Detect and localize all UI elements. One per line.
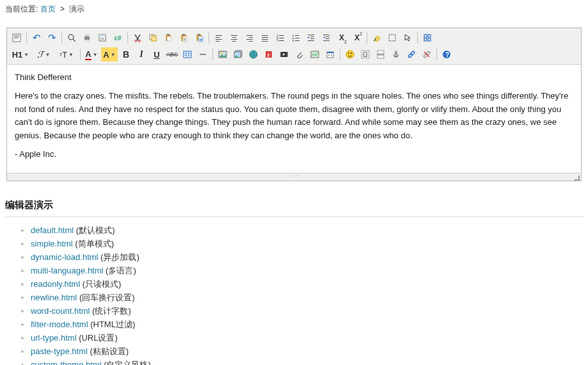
svg-point-103 xyxy=(351,53,352,54)
separator xyxy=(61,32,62,44)
undo-icon[interactable]: ↶ xyxy=(29,31,44,45)
svg-text:3: 3 xyxy=(276,38,278,42)
strikethrough-icon[interactable]: ABC xyxy=(165,47,179,61)
pointer-icon[interactable] xyxy=(401,31,415,45)
remote-image-icon[interactable] xyxy=(246,47,260,61)
demo-link[interactable]: url-type.html xyxy=(31,333,77,343)
demo-link-item: paste-type.html (粘贴设置) xyxy=(31,346,583,357)
svg-text:f: f xyxy=(267,53,269,58)
attachment-icon[interactable] xyxy=(292,47,306,61)
demo-link[interactable]: newline.html xyxy=(31,293,77,302)
demo-link[interactable]: dynamic-load.html xyxy=(31,252,99,262)
unordered-list-icon[interactable] xyxy=(289,31,303,45)
redo-icon[interactable]: ↷ xyxy=(45,31,59,45)
svg-text:W: W xyxy=(199,38,203,42)
justify-right-icon[interactable] xyxy=(242,31,257,45)
code-icon[interactable]: c# xyxy=(111,31,125,45)
superscript-icon[interactable]: X2 xyxy=(350,31,364,45)
image-icon[interactable] xyxy=(216,47,230,61)
underline-icon[interactable]: U xyxy=(150,47,164,61)
svg-rect-75 xyxy=(428,38,431,41)
font-family-dropdown[interactable]: ℱ▼ xyxy=(33,47,54,61)
forecolor-dropdown[interactable]: A▼ xyxy=(83,47,100,61)
ordered-list-icon[interactable]: 123 xyxy=(273,31,287,45)
resize-handle[interactable] xyxy=(7,173,581,181)
demo-link-item: simple.html (简单模式) xyxy=(31,238,583,250)
select-all-icon[interactable] xyxy=(385,31,399,45)
svg-rect-51 xyxy=(279,40,284,41)
bold-icon[interactable]: B xyxy=(119,47,133,61)
editor-content[interactable]: Think Defferent Here's to the crazy ones… xyxy=(7,65,581,173)
copy-icon[interactable] xyxy=(146,31,160,45)
demo-link-item: newline.html (回车换行设置) xyxy=(31,292,583,304)
svg-rect-30 xyxy=(216,35,222,36)
svg-line-5 xyxy=(73,39,75,42)
page-break-icon[interactable] xyxy=(374,47,388,61)
indent-icon[interactable] xyxy=(304,31,318,45)
source-icon[interactable] xyxy=(10,31,24,45)
toolbar-row-1: ↶ ↷ c# T W 123 xyxy=(9,29,579,46)
svg-rect-44 xyxy=(262,39,268,40)
svg-rect-3 xyxy=(14,38,18,38)
hr-icon[interactable] xyxy=(196,47,210,61)
demo-link-desc: (回车换行设置) xyxy=(77,293,134,302)
justify-center-icon[interactable] xyxy=(227,31,241,45)
demo-link-desc: (统计字数) xyxy=(90,306,131,316)
cut-icon[interactable] xyxy=(131,31,145,45)
justify-full-icon[interactable] xyxy=(258,31,272,45)
link-icon[interactable] xyxy=(404,47,418,61)
breadcrumb-home-link[interactable]: 首页 xyxy=(40,4,56,13)
demo-link[interactable]: filter-mode.html xyxy=(31,320,88,329)
unlink-icon[interactable] xyxy=(420,47,434,61)
clear-format-icon[interactable] xyxy=(370,31,384,45)
font-size-dropdown[interactable]: тT▼ xyxy=(56,47,77,61)
separator xyxy=(212,49,213,60)
italic-icon[interactable]: I xyxy=(134,47,148,61)
demo-link-item: default.html (默认模式) xyxy=(31,225,583,236)
subscript-icon[interactable]: X2 xyxy=(335,31,349,45)
map-icon[interactable] xyxy=(308,47,322,61)
paste-text-icon[interactable]: T xyxy=(177,31,191,45)
svg-rect-100 xyxy=(331,54,332,56)
svg-rect-2 xyxy=(14,36,19,37)
svg-rect-58 xyxy=(308,35,314,35)
outdent-icon[interactable] xyxy=(319,31,333,45)
demo-link[interactable]: default.html xyxy=(31,225,74,235)
demo-link-item: filter-mode.html (HTML过滤) xyxy=(31,319,583,330)
justify-left-icon[interactable] xyxy=(212,31,226,45)
svg-rect-20 xyxy=(167,34,170,35)
anchor-icon[interactable] xyxy=(389,47,403,61)
demo-link[interactable]: paste-type.html xyxy=(31,346,88,356)
fullscreen-icon[interactable] xyxy=(420,31,434,45)
separator xyxy=(127,32,128,44)
demo-link[interactable]: simple.html xyxy=(31,239,73,248)
demo-link-item: url-type.html (URL设置) xyxy=(31,332,583,344)
emoji-icon[interactable] xyxy=(343,47,357,61)
template-icon[interactable] xyxy=(95,31,109,45)
heading-dropdown[interactable]: H1▼ xyxy=(10,47,31,61)
separator xyxy=(436,49,437,60)
svg-rect-99 xyxy=(328,54,330,56)
print-icon[interactable] xyxy=(80,31,94,45)
table-icon[interactable] xyxy=(180,47,195,61)
svg-rect-49 xyxy=(279,38,284,38)
svg-rect-37 xyxy=(232,41,236,42)
demo-link[interactable]: custom-theme.html xyxy=(31,360,102,365)
demo-link-item: dynamic-load.html (异步加载) xyxy=(31,252,583,263)
paste-icon[interactable] xyxy=(161,31,175,45)
date-icon[interactable] xyxy=(323,47,337,61)
media-icon[interactable] xyxy=(277,47,291,61)
paste-word-icon[interactable]: W xyxy=(192,31,206,45)
editor-body: Here's to the crazy ones. The misfits. T… xyxy=(15,90,573,143)
multi-image-icon[interactable] xyxy=(231,47,245,61)
demo-link[interactable]: readonly.html xyxy=(31,279,80,289)
svg-rect-7 xyxy=(85,35,89,36)
about-icon[interactable]: ? xyxy=(440,47,454,61)
preview-icon[interactable] xyxy=(65,31,79,45)
demo-link[interactable]: word-count.html xyxy=(31,306,90,316)
breadcrumb-current: 演示 xyxy=(69,4,84,13)
special-char-icon[interactable]: Ω xyxy=(358,47,372,61)
hilite-dropdown[interactable]: A▼ xyxy=(101,47,118,61)
flash-icon[interactable]: f xyxy=(262,47,276,61)
demo-link[interactable]: multi-language.html xyxy=(31,266,103,275)
